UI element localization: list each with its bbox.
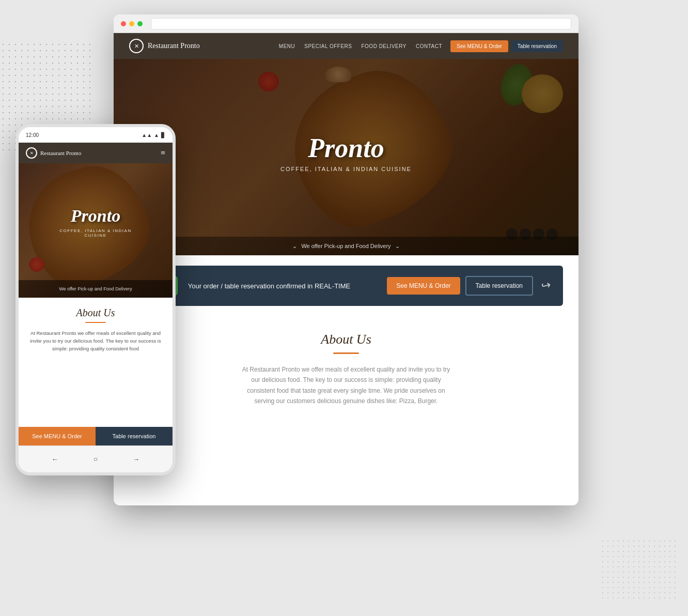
about-title: About Us xyxy=(134,332,558,347)
banner-buttons: See MENU & Order Table reservation ↩ xyxy=(387,276,551,296)
mobile-hero-bottom: We offer Pick-up and Food Delivery xyxy=(19,280,173,298)
mobile-hero-title: Pronto xyxy=(57,206,134,226)
mobile-hero-subtitle: COFFEE, ITALIAN & INDIAN CUISINE xyxy=(57,228,134,238)
info-banner: OPEN Your order / table reservation conf… xyxy=(129,266,563,306)
mobile-status-bar: 12:00 ▲▲ ▲ ▊ xyxy=(19,127,173,143)
nav-reservation-button[interactable]: Table reservation xyxy=(511,40,563,52)
mobile-hero-text: Pronto COFFEE, ITALIAN & INDIAN CUISINE xyxy=(57,206,134,238)
hero-section: Pronto COFFEE, ITALIAN & INDIAN CUISINE … xyxy=(114,59,578,255)
hero-pickup-text: We offer Pick-up and Food Delivery xyxy=(301,243,390,249)
nav-link-food-delivery[interactable]: FOOD DELIVERY xyxy=(361,43,406,49)
desktop-navbar: ✕ Restaurant Pronto MENU SPECIAL OFFERS … xyxy=(114,33,578,59)
browser-url-bar[interactable] xyxy=(151,18,571,29)
desktop-browser-mockup: ✕ Restaurant Pronto MENU SPECIAL OFFERS … xyxy=(114,14,578,505)
browser-dot-red[interactable] xyxy=(121,21,126,26)
banner-reservation-button[interactable]: Table reservation xyxy=(465,276,533,296)
logo-icon: ✕ xyxy=(129,39,144,53)
hero-subtitle: COFFEE, ITALIAN & INDIAN CUISINE xyxy=(280,166,412,172)
nav-link-contact[interactable]: CONTACT xyxy=(416,43,442,49)
nav-link-special-offers[interactable]: SPECIAL OFFERS xyxy=(304,43,352,49)
chevron-down-icon-2: ⌄ xyxy=(395,243,400,250)
home-button[interactable]: ○ xyxy=(93,455,98,464)
mobile-logo-icon: ✕ xyxy=(26,147,37,159)
mobile-browser-bar: ← ○ → xyxy=(19,445,173,472)
back-button[interactable]: ← xyxy=(52,455,59,464)
nav-links: MENU SPECIAL OFFERS FOOD DELIVERY CONTAC… xyxy=(279,43,442,49)
mobile-about-divider xyxy=(85,322,106,323)
logo-text: Restaurant Pronto xyxy=(148,42,200,50)
hero-text: Pronto COFFEE, ITALIAN & INDIAN CUISINE xyxy=(280,135,412,172)
banner-order-button[interactable]: See MENU & Order xyxy=(387,277,460,295)
mobile-reservation-button[interactable]: Table reservation xyxy=(96,427,173,445)
hamburger-menu-icon[interactable]: ≡ xyxy=(161,148,165,158)
mobile-logo[interactable]: ✕ Restaurant Pronto xyxy=(26,147,81,159)
browser-dot-yellow[interactable] xyxy=(129,21,134,26)
signal-icon: ▲▲ xyxy=(142,132,152,138)
nav-order-button[interactable]: See MENU & Order xyxy=(450,40,508,52)
wifi-icon: ▲ xyxy=(154,132,159,138)
mobile-bottom-buttons: See MENU & Order Table reservation xyxy=(19,427,173,445)
arrow-decoration: ↩ xyxy=(540,278,552,294)
about-divider xyxy=(333,352,359,354)
dot-pattern-decoration-2 xyxy=(600,538,678,600)
mobile-navbar: ✕ Restaurant Pronto ≡ xyxy=(19,143,173,163)
mobile-about-body: At Restaurant Pronto we offer meals of e… xyxy=(27,329,164,353)
chevron-down-icon: ⌄ xyxy=(292,243,297,250)
forward-button[interactable]: → xyxy=(132,455,139,464)
mobile-phone-mockup: 12:00 ▲▲ ▲ ▊ ✕ Restaurant Pronto ≡ Pront… xyxy=(15,124,176,475)
hero-title: Pronto xyxy=(280,135,412,162)
about-section: About Us At Restaurant Pronto we offer m… xyxy=(114,316,578,422)
mobile-about-title: About Us xyxy=(27,307,164,319)
mobile-pickup-text: We offer Pick-up and Food Delivery xyxy=(59,286,132,291)
nav-link-menu[interactable]: MENU xyxy=(279,43,295,49)
mobile-logo-text: Restaurant Pronto xyxy=(40,150,81,156)
browser-toolbar xyxy=(114,14,578,33)
mobile-order-button[interactable]: See MENU & Order xyxy=(19,427,96,445)
banner-message: Your order / table reservation confirmed… xyxy=(188,282,377,290)
browser-dot-green[interactable] xyxy=(137,21,143,26)
mobile-time: 12:00 xyxy=(26,132,39,138)
about-body-text: At Restaurant Pronto we offer meals of e… xyxy=(238,364,455,407)
nav-logo[interactable]: ✕ Restaurant Pronto xyxy=(129,39,200,53)
mobile-hero-section: Pronto COFFEE, ITALIAN & INDIAN CUISINE … xyxy=(19,163,173,298)
status-icons: ▲▲ ▲ ▊ xyxy=(142,132,165,138)
battery-icon: ▊ xyxy=(161,132,165,138)
hero-bottom-bar: ⌄ We offer Pick-up and Food Delivery ⌄ xyxy=(114,237,578,255)
mobile-about-section: About Us At Restaurant Pronto we offer m… xyxy=(19,298,173,358)
